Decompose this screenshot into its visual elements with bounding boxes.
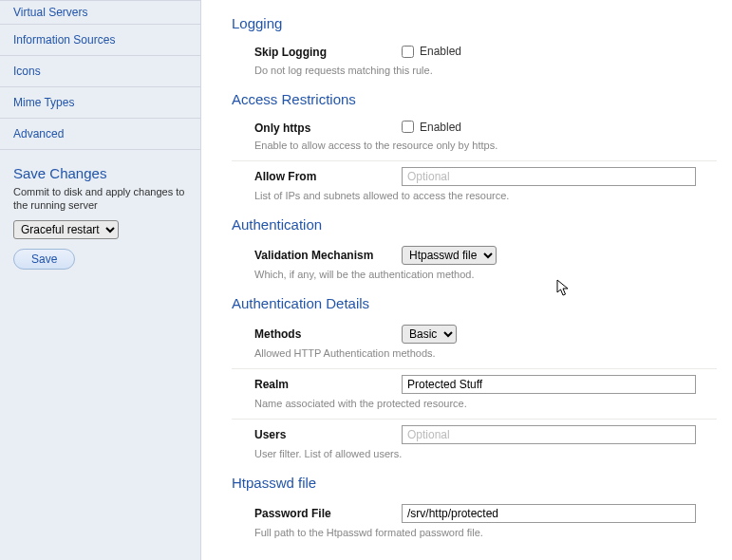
skip-logging-label: Skip Logging — [254, 46, 402, 59]
allow-from-input[interactable] — [402, 167, 696, 186]
sidebar-item-icons[interactable]: Icons — [0, 56, 200, 87]
methods-label: Methods — [254, 327, 402, 341]
sidebar-link[interactable]: Information Sources — [13, 33, 115, 47]
validation-mechanism-desc: Which, if any, will be the authenticatio… — [232, 267, 717, 289]
users-label: Users — [254, 428, 402, 441]
sidebar-link[interactable]: Virtual Servers — [13, 6, 87, 19]
users-input[interactable] — [402, 425, 696, 444]
enabled-label: Enabled — [420, 45, 461, 58]
sidebar-item-virtual-servers[interactable]: Virtual Servers — [0, 0, 200, 25]
sidebar-link[interactable]: Icons — [13, 65, 41, 78]
realm-desc: Name associated with the protected resou… — [232, 396, 717, 419]
sidebar-item-advanced[interactable]: Advanced — [0, 119, 200, 150]
main-content: Logging Skip Logging Enabled Do not log … — [201, 0, 732, 560]
save-desc: Commit to disk and apply changes to the … — [13, 185, 187, 213]
allow-from-label: Allow From — [254, 170, 402, 183]
password-file-label: Password File — [254, 507, 402, 520]
skip-logging-checkbox[interactable] — [402, 46, 414, 58]
section-authentication: Authentication — [232, 216, 717, 233]
realm-input[interactable] — [402, 375, 696, 394]
methods-select[interactable]: Basic — [402, 325, 457, 344]
sidebar-item-information-sources[interactable]: Information Sources — [0, 25, 200, 56]
only-https-checkbox[interactable] — [402, 121, 414, 133]
realm-label: Realm — [254, 378, 402, 391]
save-button[interactable]: Save — [13, 249, 75, 270]
save-changes-block: Save Changes Commit to disk and apply ch… — [0, 150, 200, 283]
section-access: Access Restrictions — [232, 91, 717, 107]
password-file-desc: Full path to the Htpasswd formated passw… — [232, 525, 717, 548]
section-logging: Logging — [232, 15, 717, 31]
sidebar: Virtual Servers Information Sources Icon… — [0, 0, 201, 560]
save-title: Save Changes — [13, 165, 187, 181]
validation-mechanism-select[interactable]: Htpasswd file — [402, 246, 497, 265]
only-https-label: Only https — [254, 121, 402, 135]
section-htpasswd: Htpasswd file — [232, 475, 717, 491]
allow-from-desc: List of IPs and subnets allowed to acces… — [232, 188, 717, 211]
sidebar-item-mime-types[interactable]: Mime Types — [0, 87, 200, 119]
only-https-desc: Enable to allow access to the resource o… — [232, 138, 717, 160]
validation-mechanism-label: Validation Mechanism — [254, 249, 402, 262]
sidebar-link[interactable]: Mime Types — [13, 96, 74, 109]
sidebar-link[interactable]: Advanced — [13, 127, 64, 140]
section-auth-details: Authentication Details — [232, 295, 717, 311]
enabled-label: Enabled — [420, 121, 461, 134]
users-desc: User filter. List of allowed users. — [232, 446, 717, 469]
skip-logging-desc: Do not log requests matching this rule. — [232, 63, 717, 85]
password-file-input[interactable] — [402, 504, 696, 523]
restart-mode-select[interactable]: Graceful restart — [13, 220, 119, 239]
methods-desc: Allowed HTTP Authentication methods. — [232, 345, 717, 368]
